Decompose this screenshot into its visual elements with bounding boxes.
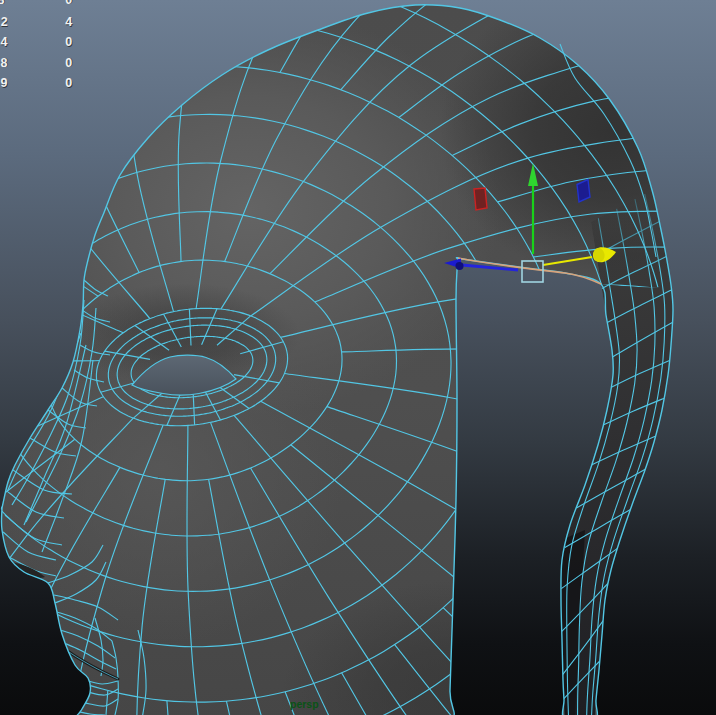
svg-text:4: 4 — [65, 15, 72, 29]
svg-text:0: 0 — [65, 35, 72, 49]
svg-text:8: 8 — [0, 56, 7, 70]
svg-text:persp: persp — [290, 698, 319, 710]
svg-text:9: 9 — [0, 76, 7, 90]
svg-text:0: 0 — [65, 56, 72, 70]
svg-text:2: 2 — [1, 15, 8, 29]
svg-text:0: 0 — [65, 0, 72, 7]
svg-text:4: 4 — [0, 35, 7, 49]
svg-text:8: 8 — [0, 0, 5, 7]
svg-text:0: 0 — [65, 76, 72, 90]
